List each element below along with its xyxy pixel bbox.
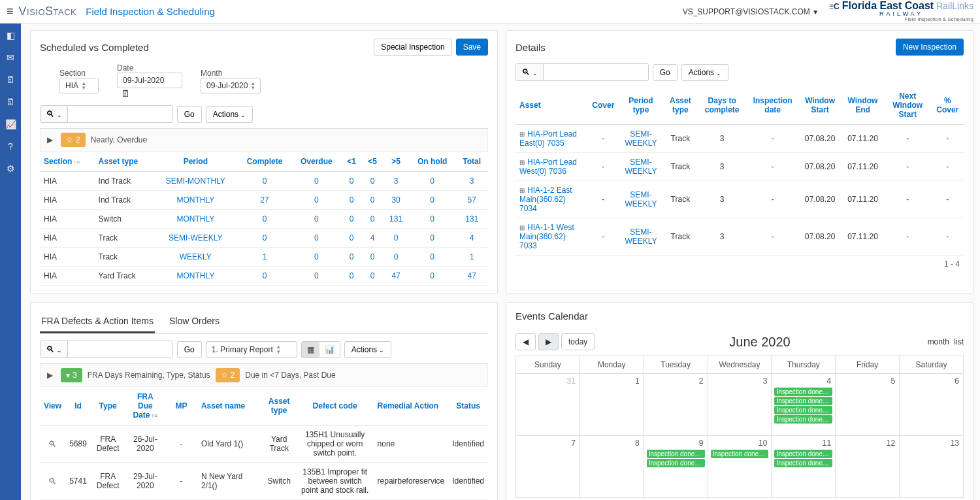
tab-slow-orders[interactable]: Slow Orders bbox=[168, 310, 221, 333]
next-button[interactable]: ▶ bbox=[538, 333, 559, 350]
calendar-event[interactable]: Inspection done:5963 bbox=[774, 397, 832, 405]
view-toggle[interactable]: ▦ 📊 bbox=[301, 341, 340, 358]
nav-calendar-icon[interactable]: 🗓 bbox=[6, 75, 15, 85]
expand-icon[interactable]: ⊞ bbox=[519, 159, 525, 166]
col-asset-type[interactable]: Asset type bbox=[262, 387, 297, 425]
asset-link[interactable]: HIA-Port Lead East(0) 7035 bbox=[519, 129, 577, 148]
period-type-link[interactable]: SEMI-WEEKLY bbox=[625, 190, 657, 208]
prev-button[interactable]: ◀ bbox=[515, 333, 536, 350]
col-gt5[interactable]: >5 bbox=[383, 152, 409, 172]
search-icon[interactable]: 🔍︎ ⌄ bbox=[41, 341, 68, 358]
col-type[interactable]: Type bbox=[91, 387, 125, 425]
asset-link[interactable]: HIA-1-1 West Main(360.62) 7033 bbox=[519, 223, 574, 250]
col-asset-type[interactable]: Asset type bbox=[95, 152, 154, 172]
calendar-day[interactable]: 7 bbox=[516, 436, 580, 498]
period-link[interactable]: MONTHLY bbox=[176, 214, 214, 224]
col-complete[interactable]: Complete bbox=[238, 152, 292, 172]
col-wend[interactable]: Window End bbox=[841, 86, 884, 125]
col-wstart[interactable]: Window Start bbox=[798, 86, 841, 125]
calendar-day[interactable]: 2 bbox=[644, 374, 708, 436]
expand-icon[interactable]: ⊞ bbox=[519, 131, 525, 138]
col-pcover[interactable]: % Cover bbox=[931, 86, 964, 125]
col-view[interactable]: View bbox=[40, 387, 65, 425]
month-select[interactable]: 09-Jul-2020▴▾ bbox=[201, 78, 261, 93]
nav-dashboard-icon[interactable]: ◧ bbox=[7, 30, 15, 41]
period-link[interactable]: MONTHLY bbox=[176, 271, 214, 280]
expand-icon[interactable]: ▶ bbox=[44, 135, 56, 144]
calendar-day[interactable]: 9Inspection done:6127Inspection done:612… bbox=[644, 436, 708, 498]
col-due[interactable]: FRA Due Date↑≡ bbox=[125, 387, 165, 425]
highlight-chip[interactable]: ☆ 2 bbox=[216, 368, 240, 382]
expand-icon[interactable]: ▶ bbox=[44, 371, 56, 380]
col-idate[interactable]: Inspection date bbox=[747, 86, 798, 125]
col-days[interactable]: Days to complete bbox=[697, 86, 747, 125]
calendar-day[interactable]: 11Inspection done:6210Inspection done:62… bbox=[772, 436, 836, 498]
col-asset-name[interactable]: Asset name bbox=[197, 387, 262, 425]
special-inspection-button[interactable]: Special Inspection bbox=[374, 39, 451, 56]
date-input[interactable]: 09-Jul-2020 bbox=[117, 73, 182, 88]
today-button[interactable]: today bbox=[561, 333, 595, 350]
asset-link[interactable]: HIA-1-2 East Main(360.62) 7034 bbox=[519, 186, 572, 213]
list-view-button[interactable]: list bbox=[954, 337, 964, 346]
col-atype[interactable]: Asset type bbox=[664, 86, 698, 125]
nav-settings-icon[interactable]: ⚙ bbox=[7, 163, 15, 174]
col-defect-code[interactable]: Defect code bbox=[297, 387, 374, 425]
calendar-day[interactable]: 12 bbox=[836, 436, 900, 498]
section-select[interactable]: HIA▴▾ bbox=[59, 78, 99, 93]
period-link[interactable]: MONTHLY bbox=[176, 195, 214, 205]
calendar-day[interactable]: 8 bbox=[580, 436, 644, 498]
col-asset[interactable]: Asset bbox=[515, 86, 588, 125]
search-input[interactable] bbox=[544, 64, 648, 80]
nav-mail-icon[interactable]: ✉ bbox=[7, 52, 14, 63]
col-lt5[interactable]: <5 bbox=[362, 152, 383, 172]
search-input[interactable] bbox=[68, 106, 172, 122]
calendar-day[interactable]: 3 bbox=[708, 374, 772, 436]
support-menu[interactable]: VS_SUPPORT@VISIOSTACK.COM ▼ bbox=[683, 7, 819, 16]
chart-view-icon[interactable]: 📊 bbox=[319, 342, 340, 358]
highlight-chip[interactable]: ☆ 2 bbox=[61, 133, 86, 147]
calendar-icon[interactable]: 🗓 bbox=[121, 88, 130, 99]
col-cover[interactable]: Cover bbox=[588, 86, 618, 125]
col-nwstart[interactable]: Next Window Start bbox=[884, 86, 932, 125]
grid-view-icon[interactable]: ▦ bbox=[302, 342, 319, 358]
col-period[interactable]: Period bbox=[154, 152, 237, 172]
calendar-day[interactable]: 1 bbox=[580, 374, 644, 436]
calendar-event[interactable]: Inspection done:6150 bbox=[711, 450, 769, 458]
calendar-event[interactable]: Inspection done:6128 bbox=[647, 459, 705, 467]
col-remedial[interactable]: Remedial Action bbox=[374, 387, 449, 425]
calendar-day[interactable]: 10Inspection done:6150 bbox=[708, 436, 772, 498]
view-icon[interactable]: 🔍︎ bbox=[48, 476, 57, 486]
period-type-link[interactable]: SEMI-WEEKLY bbox=[625, 129, 657, 148]
actions-button[interactable]: Actions ⌄ bbox=[681, 64, 729, 81]
actions-button[interactable]: Actions ⌄ bbox=[206, 106, 253, 123]
tab-fra-defects[interactable]: FRA Defects & Action Items bbox=[40, 310, 155, 333]
col-mp[interactable]: MP bbox=[165, 387, 197, 425]
period-type-link[interactable]: SEMI-WEEKLY bbox=[625, 158, 657, 176]
calendar-event[interactable]: Inspection done:6003 bbox=[774, 406, 832, 414]
view-icon[interactable]: 🔍︎ bbox=[48, 439, 57, 449]
actions-button[interactable]: Actions ⌄ bbox=[344, 341, 392, 358]
period-link[interactable]: WEEKLY bbox=[180, 252, 212, 261]
nav-help-icon[interactable]: ? bbox=[8, 141, 13, 152]
calendar-day[interactable]: 6 bbox=[900, 374, 964, 436]
report-select[interactable]: 1. Primary Report▴▾ bbox=[206, 341, 297, 357]
expand-icon[interactable]: ⊞ bbox=[519, 187, 525, 194]
col-total[interactable]: Total bbox=[455, 152, 488, 172]
expand-icon[interactable]: ⊞ bbox=[519, 224, 525, 231]
calendar-day[interactable]: 13 bbox=[900, 436, 964, 498]
col-section[interactable]: Section↑≡ bbox=[40, 152, 95, 172]
period-link[interactable]: SEMI-WEEKLY bbox=[169, 233, 222, 242]
menu-icon[interactable]: ≡ bbox=[7, 5, 14, 18]
filter-chip[interactable]: ▾ 3 bbox=[61, 368, 82, 382]
search-input[interactable] bbox=[68, 341, 172, 358]
calendar-day[interactable]: 5 bbox=[836, 374, 900, 436]
nav-clipboard-icon[interactable]: 🗓 bbox=[6, 97, 15, 107]
col-onhold[interactable]: On hold bbox=[409, 152, 455, 172]
calendar-event[interactable]: Inspection done:6004 bbox=[774, 415, 832, 424]
go-button[interactable]: Go bbox=[177, 106, 202, 123]
calendar-event[interactable]: Inspection done:6213 bbox=[774, 459, 832, 467]
calendar-event[interactable]: Inspection done:6210 bbox=[774, 450, 832, 458]
col-overdue[interactable]: Overdue bbox=[292, 152, 342, 172]
new-inspection-button[interactable]: New Inspection bbox=[896, 39, 964, 56]
calendar-day[interactable]: 4Inspection done:5962Inspection done:596… bbox=[772, 374, 836, 436]
